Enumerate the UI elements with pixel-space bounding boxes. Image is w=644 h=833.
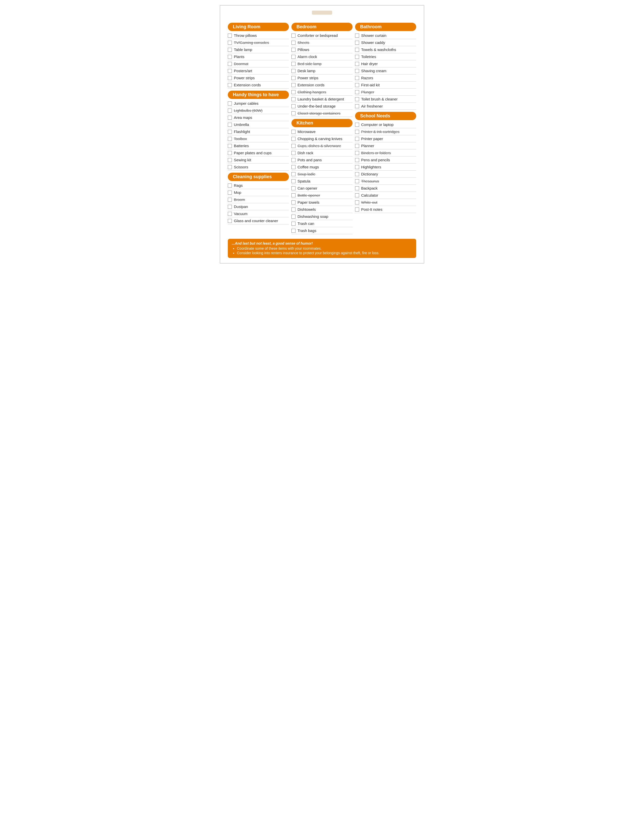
checkbox[interactable] xyxy=(355,83,359,87)
checkbox[interactable] xyxy=(355,104,359,108)
checkbox[interactable] xyxy=(355,90,359,94)
checkbox[interactable] xyxy=(291,207,295,212)
checkbox[interactable] xyxy=(228,158,232,162)
checkbox[interactable] xyxy=(228,109,232,113)
checkbox[interactable] xyxy=(228,130,232,134)
checkbox[interactable] xyxy=(355,172,359,176)
checkbox[interactable] xyxy=(228,205,232,209)
checkbox[interactable] xyxy=(291,151,295,155)
checkbox[interactable] xyxy=(355,144,359,148)
checkbox[interactable] xyxy=(355,69,359,73)
checkbox[interactable] xyxy=(291,165,295,169)
checkbox[interactable] xyxy=(228,183,232,188)
checkbox[interactable] xyxy=(291,215,295,219)
checkbox[interactable] xyxy=(228,101,232,106)
checkbox[interactable] xyxy=(291,144,295,148)
item-label: Vacuum xyxy=(234,212,248,216)
checkbox[interactable] xyxy=(291,104,295,108)
item-label: First-aid kit xyxy=(361,83,380,87)
list-item: Toolbox xyxy=(228,135,289,142)
checkbox[interactable] xyxy=(291,229,295,233)
checkbox[interactable] xyxy=(355,55,359,59)
checkbox[interactable] xyxy=(228,137,232,141)
list-item: Razors xyxy=(355,74,416,82)
checkbox[interactable] xyxy=(228,55,232,59)
checkbox[interactable] xyxy=(291,222,295,226)
list-item: Hair dryer xyxy=(355,60,416,68)
checkbox[interactable] xyxy=(355,200,359,204)
checkbox[interactable] xyxy=(355,186,359,190)
checkbox[interactable] xyxy=(355,193,359,198)
checkbox[interactable] xyxy=(291,137,295,141)
checkbox[interactable] xyxy=(291,90,295,94)
page: Living RoomThrow pillowsTV/Gaming consol… xyxy=(220,5,424,264)
checkbox[interactable] xyxy=(355,34,359,38)
checkbox[interactable] xyxy=(228,69,232,73)
checkbox[interactable] xyxy=(228,165,232,169)
checkbox[interactable] xyxy=(355,41,359,45)
checkbox[interactable] xyxy=(228,76,232,80)
checkbox[interactable] xyxy=(355,151,359,155)
checkbox[interactable] xyxy=(228,34,232,38)
item-label: Pens and pencils xyxy=(361,158,390,162)
item-label: Shaving cream xyxy=(361,69,386,73)
list-item: Laundry basket & detergent xyxy=(291,96,353,103)
checkbox[interactable] xyxy=(228,219,232,223)
checkbox[interactable] xyxy=(228,83,232,87)
checkbox[interactable] xyxy=(355,158,359,162)
item-label: Posters/art xyxy=(234,69,252,73)
checkbox[interactable] xyxy=(291,186,295,190)
checkbox[interactable] xyxy=(355,123,359,127)
checkbox[interactable] xyxy=(355,207,359,212)
item-label: Umbrella xyxy=(234,122,249,127)
checkbox[interactable] xyxy=(291,172,295,176)
checkbox[interactable] xyxy=(228,41,232,45)
checkbox[interactable] xyxy=(355,137,359,141)
checkbox[interactable] xyxy=(228,48,232,52)
checkbox[interactable] xyxy=(355,62,359,66)
checkbox[interactable] xyxy=(228,198,232,202)
checkbox[interactable] xyxy=(291,111,295,115)
item-label: Trash can xyxy=(298,221,314,226)
list-item: Plunger xyxy=(355,88,416,96)
checkbox[interactable] xyxy=(228,191,232,195)
main-columns: Living RoomThrow pillowsTV/Gaming consol… xyxy=(228,21,416,234)
checkbox[interactable] xyxy=(355,165,359,169)
list-item: Toiletries xyxy=(355,53,416,60)
checkbox[interactable] xyxy=(355,179,359,183)
checkbox[interactable] xyxy=(291,69,295,73)
checkbox[interactable] xyxy=(355,130,359,134)
checkbox[interactable] xyxy=(291,179,295,183)
checkbox[interactable] xyxy=(291,193,295,198)
checkbox[interactable] xyxy=(228,151,232,155)
checkbox[interactable] xyxy=(291,34,295,38)
checkbox[interactable] xyxy=(291,130,295,134)
checkbox[interactable] xyxy=(291,158,295,162)
checkbox[interactable] xyxy=(291,62,295,66)
checkbox[interactable] xyxy=(228,212,232,216)
checkbox[interactable] xyxy=(228,116,232,120)
item-label: Plants xyxy=(234,55,245,59)
checkbox[interactable] xyxy=(228,144,232,148)
checkbox[interactable] xyxy=(291,48,295,52)
checkbox[interactable] xyxy=(291,97,295,101)
checkbox[interactable] xyxy=(291,55,295,59)
item-label: Power strips xyxy=(298,76,319,80)
list-item: Glass and counter cleaner xyxy=(228,217,289,224)
item-label: Extension cords xyxy=(298,83,325,87)
item-label: Thesaurus xyxy=(361,179,379,183)
list-item: Spatula xyxy=(291,178,353,185)
checkbox[interactable] xyxy=(355,48,359,52)
checkbox[interactable] xyxy=(355,76,359,80)
list-item: Throw pillows xyxy=(228,32,289,39)
checkbox[interactable] xyxy=(355,97,359,101)
checkbox[interactable] xyxy=(228,62,232,66)
list-item: Bed side lamp xyxy=(291,60,353,68)
checkbox[interactable] xyxy=(291,83,295,87)
checkbox[interactable] xyxy=(291,41,295,45)
checkbox[interactable] xyxy=(291,76,295,80)
list-item: Planner xyxy=(355,142,416,150)
checkbox[interactable] xyxy=(291,200,295,204)
checkbox[interactable] xyxy=(228,123,232,127)
list-item: Post-It notes xyxy=(355,206,416,213)
